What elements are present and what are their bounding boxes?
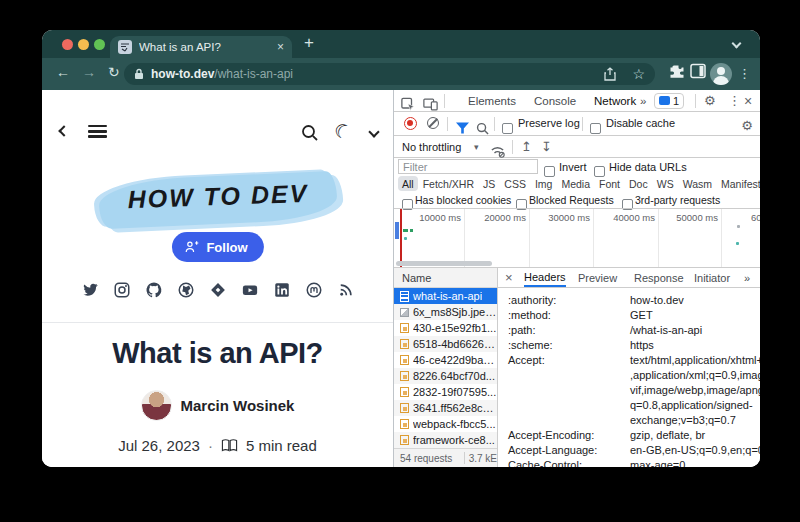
instagram-icon[interactable] xyxy=(113,281,131,299)
request-row[interactable]: 2832-19f07595... xyxy=(394,384,497,400)
script-icon xyxy=(400,435,409,445)
minimize-window-button[interactable] xyxy=(78,39,89,50)
tab-close-icon[interactable]: × xyxy=(277,41,284,53)
back-icon[interactable]: ← xyxy=(56,64,70,80)
timeline-tick: 50000 ms xyxy=(658,212,718,223)
tab-preview[interactable]: Preview xyxy=(578,268,617,287)
share-icon[interactable] xyxy=(604,67,616,81)
more-tabs-icon[interactable]: » xyxy=(640,90,646,111)
extensions-puzzle-icon[interactable] xyxy=(668,63,685,80)
request-row[interactable]: framework-ce8... xyxy=(394,432,497,448)
tab-search-chevron-icon[interactable] xyxy=(732,39,742,49)
forward-icon[interactable]: → xyxy=(82,64,96,80)
header-entry: :method:GET xyxy=(508,308,760,323)
name-column-header[interactable]: Name xyxy=(394,268,497,288)
gridline xyxy=(593,209,594,267)
filter-input[interactable] xyxy=(398,159,538,174)
network-timeline-overview[interactable]: 10000 ms 20000 ms 30000 ms 40000 ms 5000… xyxy=(394,208,760,268)
preserve-log-checkbox[interactable] xyxy=(502,123,513,134)
close-window-button[interactable] xyxy=(62,39,73,50)
dark-mode-moon-icon[interactable]: ☾ xyxy=(330,117,356,145)
throttling-caret-icon[interactable]: ▾ xyxy=(474,136,479,157)
back-chevron-icon[interactable] xyxy=(58,125,69,136)
devtools-tab-elements[interactable]: Elements xyxy=(468,90,516,111)
request-name: 3641.ff562e8c5... xyxy=(413,402,497,414)
bookmark-star-icon[interactable]: ☆ xyxy=(632,66,645,82)
request-checks-row: Has blocked cookies Blocked Requests 3rd… xyxy=(394,193,760,208)
tab-headers[interactable]: Headers xyxy=(524,268,566,287)
issues-badge[interactable]: 1 xyxy=(654,93,684,109)
disable-cache-checkbox[interactable] xyxy=(590,123,601,134)
close-detail-icon[interactable]: × xyxy=(505,270,513,285)
header-value: how-to.dev xyxy=(630,293,684,308)
has-blocked-cookies-label: Has blocked cookies xyxy=(415,189,511,210)
request-row[interactable]: 3641.ff562e8c5... xyxy=(394,400,497,416)
header-entry: Accept-Encoding:gzip, deflate, br xyxy=(508,428,760,443)
throttling-select[interactable]: No throttling xyxy=(402,136,461,157)
network-toolbar: Preserve log Disable cache ⚙ xyxy=(394,112,760,136)
record-network-log-icon[interactable] xyxy=(404,117,417,130)
url-domain: how-to.dev xyxy=(151,67,214,81)
import-har-icon[interactable]: ↥ xyxy=(521,136,532,157)
header-value: GET xyxy=(630,308,653,323)
devtools-tab-console[interactable]: Console xyxy=(534,90,576,111)
avatar-body-icon xyxy=(713,76,729,85)
clear-network-log-icon[interactable] xyxy=(427,117,439,129)
mastodon-icon[interactable] xyxy=(305,281,323,299)
author-row[interactable]: Marcin Wosinek xyxy=(42,390,393,421)
side-panel-icon[interactable] xyxy=(690,63,706,79)
github-icon[interactable] xyxy=(145,281,163,299)
follow-label: Follow xyxy=(206,240,247,255)
reload-icon[interactable]: ↻ xyxy=(108,64,120,80)
diamond-icon[interactable] xyxy=(209,281,227,299)
timeline-scrollbar[interactable] xyxy=(396,261,492,266)
network-settings-gear-icon[interactable]: ⚙ xyxy=(741,115,753,136)
tab-title: What is an API? xyxy=(139,41,277,53)
devtools-tab-network[interactable]: Network xyxy=(594,90,636,111)
search-icon[interactable] xyxy=(300,123,320,143)
youtube-icon[interactable] xyxy=(241,281,259,299)
globe-icon[interactable] xyxy=(177,281,195,299)
rss-icon[interactable] xyxy=(337,281,355,299)
throttling-row: No throttling ▾ ↥ ↧ xyxy=(394,136,760,158)
twitter-icon[interactable] xyxy=(81,281,99,299)
type-filter-manifest[interactable]: Manifest xyxy=(717,176,760,191)
devtools-close-icon[interactable]: × xyxy=(744,90,752,111)
timeline-tick: 30000 ms xyxy=(530,212,590,223)
devtools-settings-gear-icon[interactable]: ⚙ xyxy=(704,90,716,111)
request-row[interactable]: 430-e15e92fb1... xyxy=(394,320,497,336)
zoom-window-button[interactable] xyxy=(94,39,105,50)
browser-tab[interactable]: What is an API? × xyxy=(110,36,292,58)
script-icon xyxy=(400,323,409,333)
new-tab-button[interactable]: + xyxy=(304,33,314,53)
request-row[interactable]: 8226.64bcf70d... xyxy=(394,368,497,384)
linkedin-icon[interactable] xyxy=(273,281,291,299)
request-row[interactable]: 6x_ms8Sjb.jpeg... xyxy=(394,304,497,320)
request-row[interactable]: what-is-an-api xyxy=(394,288,497,304)
follow-button[interactable]: Follow xyxy=(171,232,263,262)
devtools-menu-kebab-icon[interactable]: ⋮ xyxy=(728,90,741,111)
request-row[interactable]: 46-ce422d9bad... xyxy=(394,352,497,368)
url-path: /what-is-an-api xyxy=(214,67,293,81)
tab-initiator[interactable]: Initiator xyxy=(694,268,730,287)
profile-avatar[interactable] xyxy=(710,63,732,85)
request-name: what-is-an-api xyxy=(413,290,482,302)
timeline-tick: 40000 ms xyxy=(595,212,655,223)
url-bar[interactable]: how-to.dev/what-is-an-api ☆ xyxy=(124,63,655,85)
header-name: :scheme: xyxy=(508,338,630,353)
timeline-tick: 20000 ms xyxy=(466,212,526,223)
request-row[interactable]: webpack-fbcc5... xyxy=(394,416,497,432)
browser-menu-kebab-icon[interactable]: ⋮ xyxy=(738,66,751,81)
web-page: ☾ HOW TO DEV Follow xyxy=(42,90,393,467)
expand-chevron-icon[interactable] xyxy=(368,126,379,137)
request-row[interactable]: 6518-4bd66261... xyxy=(394,336,497,352)
tab-response[interactable]: Response xyxy=(634,268,684,287)
request-name: 8226.64bcf70d... xyxy=(413,370,495,382)
avatar-head-icon xyxy=(717,67,725,75)
blocked-requests-label: Blocked Requests xyxy=(529,189,614,210)
menu-hamburger-icon[interactable] xyxy=(88,125,107,138)
site-logo[interactable]: HOW TO DEV xyxy=(93,170,343,232)
divider xyxy=(447,117,448,131)
more-detail-tabs-icon[interactable]: » xyxy=(744,268,750,287)
export-har-icon[interactable]: ↧ xyxy=(541,136,552,157)
